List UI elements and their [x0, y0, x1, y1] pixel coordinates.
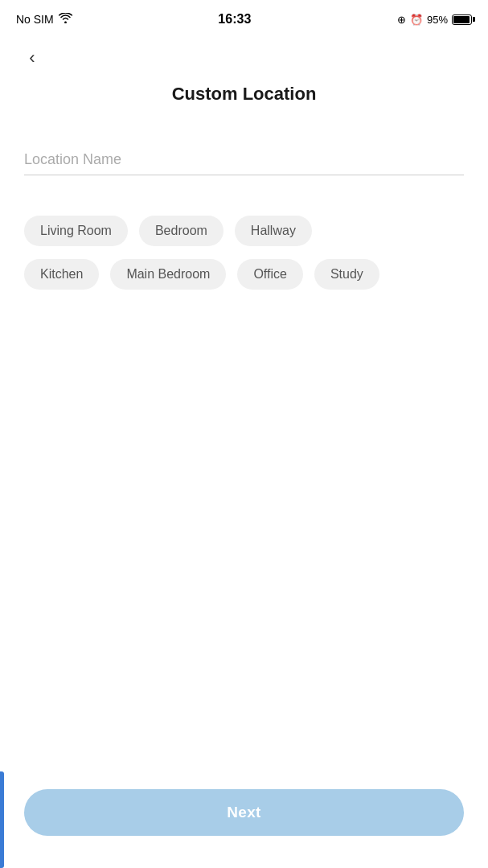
- next-button[interactable]: Next: [24, 789, 464, 836]
- location-name-input[interactable]: [24, 145, 464, 175]
- rotation-lock-icon: ⊕: [397, 14, 406, 26]
- tag-study[interactable]: Study: [314, 259, 379, 290]
- battery-fill: [453, 16, 470, 23]
- tag-living-room[interactable]: Living Room: [24, 216, 128, 246]
- back-button[interactable]: ‹: [16, 42, 48, 74]
- carrier-label: No SIM: [16, 13, 54, 26]
- battery-percent-label: 95%: [427, 14, 448, 26]
- tags-section: Living Room Bedroom Hallway Kitchen Main…: [0, 216, 488, 290]
- tags-row-2: Kitchen Main Bedroom Office Study: [24, 259, 464, 290]
- tag-kitchen[interactable]: Kitchen: [24, 259, 99, 290]
- back-chevron-icon: ‹: [29, 47, 35, 68]
- page-title: Custom Location: [0, 84, 488, 105]
- status-left: No SIM: [16, 13, 72, 26]
- tags-row-1: Living Room Bedroom Hallway: [24, 216, 464, 246]
- status-time: 16:33: [218, 12, 251, 27]
- status-bar: No SIM 16:33 ⊕ ⏰ 95%: [0, 0, 488, 35]
- battery-indicator: [452, 14, 472, 25]
- side-accent: [0, 771, 4, 868]
- tag-bedroom[interactable]: Bedroom: [139, 216, 223, 246]
- input-section: [0, 145, 488, 175]
- tag-main-bedroom[interactable]: Main Bedroom: [110, 259, 226, 290]
- battery-icon: [452, 14, 472, 25]
- tag-hallway[interactable]: Hallway: [235, 216, 312, 246]
- status-right: ⊕ ⏰ 95%: [397, 14, 472, 26]
- tag-office[interactable]: Office: [237, 259, 303, 290]
- wifi-icon: [59, 13, 72, 26]
- alarm-icon: ⏰: [410, 14, 423, 26]
